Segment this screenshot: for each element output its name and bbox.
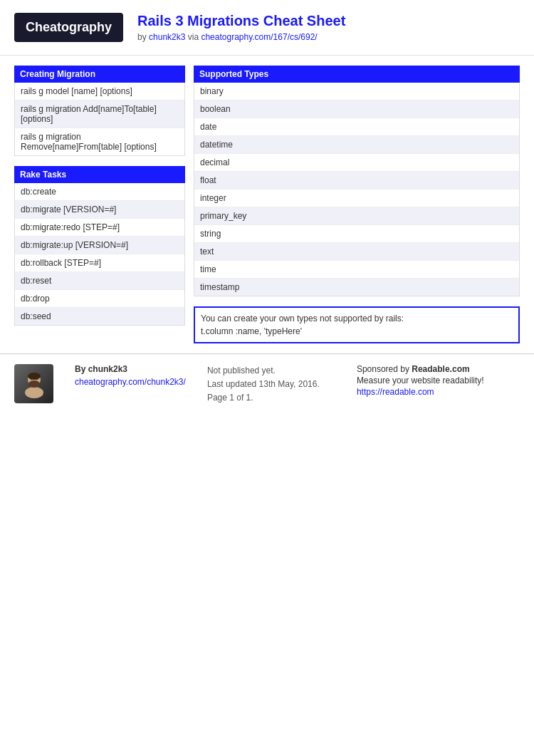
rake-tasks-header: Rake Tasks	[14, 166, 185, 183]
author-profile-link[interactable]: cheatography.com/chunk2k3/	[75, 377, 186, 387]
creating-migration-header: Creating Migration	[14, 66, 185, 83]
sponsored-by: Sponsored by Readable.com	[357, 364, 484, 374]
type-item: binary	[194, 83, 519, 100]
types-note: You can create your own types not suppor…	[194, 306, 520, 343]
list-item: db:rollback [STEP=#]	[15, 254, 184, 272]
header: Cheatography Rails 3 Migrations Cheat Sh…	[0, 0, 534, 56]
footer-sponsor: Sponsored by Readable.com Measure your w…	[357, 364, 484, 397]
svg-point-4	[30, 378, 31, 379]
footer: By chunk2k3 cheatography.com/chunk2k3/ N…	[0, 353, 534, 415]
type-item: time	[194, 261, 519, 279]
not-published: Not published yet.	[207, 364, 335, 378]
type-item: primary_key	[194, 207, 519, 225]
header-info: Rails 3 Migrations Cheat Sheet by chunk2…	[137, 13, 345, 42]
type-item: decimal	[194, 154, 519, 172]
list-item: db:migrate:up [VERSION=#]	[15, 237, 184, 254]
type-item: boolean	[194, 100, 519, 118]
type-item: datetime	[194, 136, 519, 154]
sponsor-tagline: Measure your website readability!	[357, 376, 484, 385]
logo: Cheatography	[14, 13, 123, 42]
page-title: Rails 3 Migrations Cheat Sheet	[137, 13, 345, 29]
author-name: chunk2k3	[88, 364, 127, 374]
page-number: Page 1 of 1.	[207, 391, 335, 405]
author-link[interactable]: chunk2k3	[149, 32, 185, 42]
left-column: Creating Migration rails g model [name] …	[14, 66, 185, 343]
creating-migration-list: rails g model [name] [options] rails g m…	[14, 83, 185, 156]
by-text: By	[75, 364, 88, 374]
supported-types-list: binary boolean date datetime decimal flo…	[194, 83, 520, 296]
list-item: db:migrate [VERSION=#]	[15, 201, 184, 219]
svg-point-3	[28, 373, 41, 380]
list-item: rails g migration Remove[name]From[table…	[15, 128, 184, 155]
last-updated: Last updated 13th May, 2016.	[207, 378, 335, 391]
footer-meta: Not published yet. Last updated 13th May…	[207, 364, 335, 405]
main-content: Creating Migration rails g model [name] …	[0, 56, 534, 353]
list-item: rails g model [name] [options]	[15, 83, 184, 100]
list-item: db:seed	[15, 308, 184, 325]
author-by-label: By chunk2k3	[75, 364, 186, 374]
type-item: string	[194, 225, 519, 243]
svg-point-1	[25, 387, 43, 398]
list-item: db:reset	[15, 272, 184, 290]
svg-point-2	[28, 380, 40, 388]
type-item: integer	[194, 190, 519, 207]
type-item: timestamp	[194, 279, 519, 296]
supported-types-header: Supported Types	[194, 66, 520, 83]
list-item: rails g migration Add[name]To[table] [op…	[15, 100, 184, 128]
list-item: db:drop	[15, 290, 184, 308]
right-column: Supported Types binary boolean date date…	[194, 66, 520, 343]
rake-tasks-list: db:create db:migrate [VERSION=#] db:migr…	[14, 183, 185, 326]
type-item: text	[194, 243, 519, 261]
list-item: db:migrate:redo [STEP=#]	[15, 219, 184, 237]
type-item: date	[194, 118, 519, 136]
footer-author-section: By chunk2k3 cheatography.com/chunk2k3/	[75, 364, 186, 387]
svg-point-5	[36, 378, 37, 379]
avatar	[14, 364, 53, 403]
sponsor-name: Readable.com	[412, 364, 469, 374]
cheatography-link[interactable]: cheatography.com/167/cs/692/	[201, 32, 317, 42]
header-subtitle: by chunk2k3 via cheatography.com/167/cs/…	[137, 32, 345, 42]
list-item: db:create	[15, 183, 184, 201]
sponsor-link[interactable]: https://readable.com	[357, 387, 434, 397]
type-item: float	[194, 172, 519, 190]
